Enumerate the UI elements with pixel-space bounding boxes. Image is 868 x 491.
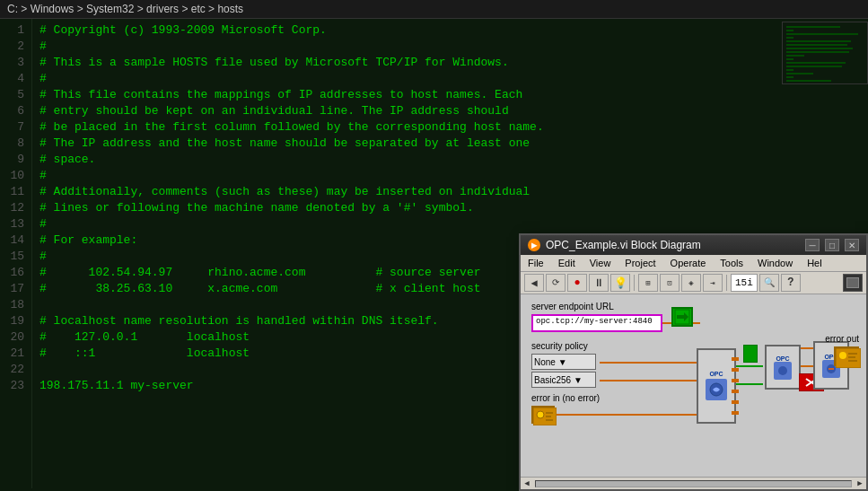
menu-edit[interactable]: Edit [551, 256, 583, 270]
minimap-thumbnail [782, 22, 868, 84]
url-label: server endpoint URL [531, 302, 614, 311]
opc-node-1: OPC [697, 348, 736, 424]
svg-rect-10 [786, 58, 793, 60]
zoom-search-button[interactable]: 🔍 [759, 274, 779, 292]
svg-rect-1 [786, 26, 840, 28]
minimize-button[interactable]: ─ [805, 239, 820, 251]
svg-rect-16 [786, 80, 831, 82]
connect-icon [674, 309, 690, 325]
run-back-button[interactable]: ◀ [524, 274, 544, 292]
svg-rect-9 [786, 55, 804, 57]
zoom-display: 15i [731, 274, 758, 292]
error-in-icon [533, 408, 557, 425]
scroll-left-button[interactable]: ◀ [521, 478, 533, 490]
help-button[interactable]: ? [781, 274, 801, 292]
svg-point-35 [778, 366, 787, 375]
resize-button[interactable]: ⇥ [703, 274, 723, 292]
lv-toolbar: ◀ ⟳ ● ⏸ 💡 ⊞ ⊡ ◈ ⇥ 15i 🔍 ? [521, 272, 866, 294]
svg-rect-8 [786, 51, 849, 53]
svg-rect-14 [786, 73, 813, 75]
error-in-label: error in (no error) [531, 393, 600, 403]
svg-rect-0 [783, 22, 868, 84]
svg-rect-5 [786, 40, 851, 42]
menu-file[interactable]: File [521, 256, 551, 270]
run-forward-button[interactable]: ⟳ [546, 274, 566, 292]
error-in-cluster [531, 406, 555, 424]
maximize-button[interactable]: □ [825, 239, 839, 251]
menu-operate[interactable]: Operate [663, 256, 714, 270]
distribute-button[interactable]: ◈ [681, 274, 701, 292]
svg-rect-12 [786, 66, 842, 67]
svg-rect-2 [786, 30, 793, 31]
grid-button[interactable]: ⊞ [638, 274, 658, 292]
scroll-track[interactable] [535, 480, 852, 487]
menu-window[interactable]: Window [750, 256, 800, 270]
error-out-icon [836, 348, 861, 368]
align-button[interactable]: ⊡ [660, 274, 679, 292]
error-out-label: error out [825, 334, 859, 344]
svg-rect-11 [786, 62, 846, 64]
lv-titlebar: ▶ OPC_Example.vi Block Diagram ─ □ ✕ [521, 235, 866, 255]
abort-button[interactable]: ● [567, 274, 587, 292]
svg-rect-7 [786, 48, 853, 49]
security-none-dropdown[interactable]: None ▼ [531, 354, 596, 370]
menu-view[interactable]: View [583, 256, 618, 270]
svg-rect-40 [836, 348, 861, 368]
security-basic-dropdown[interactable]: Basic256 ▼ [531, 372, 596, 388]
close-button[interactable]: ✕ [845, 239, 859, 251]
svg-rect-6 [786, 44, 847, 46]
lv-icon: ▶ [528, 239, 540, 251]
toolbar-separator-1 [634, 275, 635, 291]
error-out-cluster [834, 346, 859, 366]
menu-help[interactable]: Hel [800, 256, 829, 270]
breadcrumb-text: C: > Windows > System32 > drivers > etc … [7, 3, 243, 15]
toolbar-separator-2 [726, 275, 727, 291]
opc-node-2: OPC [765, 345, 801, 390]
svg-rect-26 [677, 315, 684, 319]
svg-rect-3 [786, 33, 858, 35]
svg-rect-4 [786, 37, 793, 39]
lv-menubar: File Edit View Project Operate Tools Win… [521, 255, 866, 272]
lv-hscrollbar[interactable]: ◀ ▶ [521, 477, 866, 489]
array-indicator [743, 345, 758, 363]
lv-diagram-canvas[interactable]: server endpoint URL opc.tcp://my-server:… [521, 294, 866, 477]
menu-project[interactable]: Project [618, 256, 662, 270]
security-policy-label: security policy [531, 341, 588, 351]
scroll-right-button[interactable]: ▶ [854, 478, 866, 490]
svg-rect-13 [786, 69, 793, 71]
menu-tools[interactable]: Tools [713, 256, 750, 270]
labview-window: ▶ OPC_Example.vi Block Diagram ─ □ ✕ Fil… [519, 233, 868, 491]
zoom-value: 15i [735, 277, 753, 288]
line-numbers: 1234567891011121314151617181920212223 [0, 19, 32, 488]
svg-rect-28 [533, 408, 557, 425]
vi-icon [843, 274, 863, 292]
breadcrumb: C: > Windows > System32 > drivers > etc … [0, 0, 868, 19]
svg-rect-41 [839, 352, 846, 359]
pause-button[interactable]: ⏸ [589, 274, 609, 292]
connect-button[interactable] [671, 307, 693, 327]
svg-rect-15 [786, 76, 793, 78]
url-input[interactable]: opc.tcp://my-server:4840 [531, 314, 662, 332]
lv-title: OPC_Example.vi Block Diagram [546, 239, 800, 251]
light-button[interactable]: 💡 [610, 274, 630, 292]
